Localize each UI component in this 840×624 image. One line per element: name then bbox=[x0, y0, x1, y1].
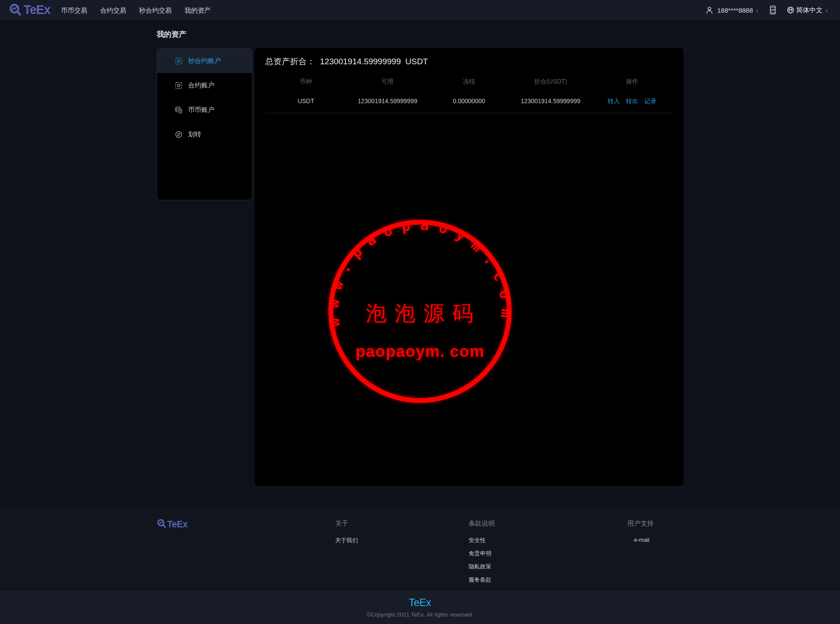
sidebar-item-seconds-account[interactable]: 秒合约账户 bbox=[157, 49, 252, 73]
sidebar-item-contract-account[interactable]: 合约账户 bbox=[157, 73, 252, 98]
col-currency: 币种 bbox=[265, 78, 346, 86]
footer-heading: 关于 bbox=[335, 519, 358, 528]
user-menu[interactable]: 188****8888 ‹ bbox=[705, 6, 758, 14]
app-phone-icon: APP bbox=[768, 5, 777, 15]
content-container: 我的资产 秒合约账户 合约账户 bbox=[157, 31, 683, 486]
total-assets-unit: USDT bbox=[405, 57, 428, 66]
records-link[interactable]: 记录 bbox=[644, 98, 657, 105]
footer-heading: 用户支持 bbox=[627, 519, 654, 528]
brand-logo[interactable]: TeEx bbox=[9, 3, 50, 17]
sidebar-item-label: 合约账户 bbox=[188, 81, 214, 90]
transfer-in-link[interactable]: 转入 bbox=[608, 98, 620, 105]
nav-item-my-assets[interactable]: 我的资产 bbox=[183, 0, 212, 21]
footer-heading: 条款说明 bbox=[469, 519, 495, 528]
globe-icon bbox=[787, 6, 794, 14]
topbar: TeEx 币币交易 合约交易 秒合约交易 我的资产 188****8888 ‹ … bbox=[0, 0, 840, 21]
footer-link-about-us[interactable]: 关于我们 bbox=[335, 537, 358, 544]
footer-link-terms[interactable]: 服务条款 bbox=[469, 576, 495, 584]
magnifier-trend-icon bbox=[9, 3, 23, 17]
footer-col-support: 用户支持 e-mail bbox=[627, 519, 654, 548]
footer-col-about: 关于 关于我们 bbox=[335, 519, 358, 550]
footer-link-email[interactable]: e-mail bbox=[634, 537, 654, 543]
bottom-bar: TeEx ©Copyright 2021 TeEx. All rights re… bbox=[0, 591, 840, 624]
sidebar-item-label: 秒合约账户 bbox=[188, 57, 221, 65]
sidebar-item-label: 划转 bbox=[188, 130, 201, 139]
seconds-account-icon bbox=[175, 57, 182, 65]
total-assets-value: 123001914.59999999 bbox=[320, 57, 401, 66]
app-label: APP bbox=[771, 9, 776, 11]
chevron-icon: ‹ bbox=[826, 7, 828, 14]
language-selector[interactable]: 简体中文 ‹ bbox=[787, 6, 828, 14]
sidebar-item-transfer[interactable]: 划转 bbox=[157, 122, 252, 146]
col-available: 可用 bbox=[346, 78, 428, 86]
col-actions: 操作 bbox=[592, 78, 673, 86]
magnifier-trend-icon bbox=[157, 519, 167, 529]
table-row: USDT 123001914.59999999 0.00000000 12300… bbox=[265, 98, 673, 105]
brand-name: TeEx bbox=[24, 3, 50, 16]
chevron-icon: ‹ bbox=[756, 7, 758, 14]
app-download-button[interactable]: APP bbox=[768, 5, 777, 15]
transfer-out-link[interactable]: 转出 bbox=[626, 98, 638, 105]
footer-link-disclaimer[interactable]: 免责申明 bbox=[469, 550, 495, 558]
footer-link-privacy[interactable]: 隐私政策 bbox=[469, 563, 495, 571]
footer-col-terms: 条款说明 安全性 免责申明 隐私政策 服务条款 bbox=[469, 519, 495, 589]
page-title: 我的资产 bbox=[157, 31, 683, 38]
sidebar-item-label: 币币账户 bbox=[188, 106, 214, 114]
contract-account-icon bbox=[175, 82, 182, 89]
person-icon bbox=[705, 6, 714, 14]
cell-actions: 转入 转出 记录 bbox=[592, 98, 673, 105]
cell-converted: 123001914.59999999 bbox=[510, 98, 591, 105]
account-sidebar: 秒合约账户 合约账户 币币账户 bbox=[157, 48, 252, 200]
col-converted: 折合(USDT) bbox=[510, 78, 591, 86]
assets-panel: 总资产折合： 123001914.59999999 USDT 币种 可用 冻结 … bbox=[255, 48, 683, 486]
row-divider bbox=[265, 113, 673, 113]
cell-available: 123001914.59999999 bbox=[346, 98, 428, 105]
nav-item-spot[interactable]: 币币交易 bbox=[60, 0, 89, 21]
language-label: 简体中文 bbox=[796, 6, 822, 14]
topbar-right: 188****8888 ‹ APP 简体中文 ‹ bbox=[705, 5, 828, 15]
cell-frozen: 0.00000000 bbox=[428, 98, 510, 105]
transfer-icon bbox=[175, 131, 182, 138]
nav-item-seconds-contract[interactable]: 秒合约交易 bbox=[138, 0, 173, 21]
copyright-text: ©Copyright 2021 TeEx. All rights reserve… bbox=[367, 611, 473, 618]
bottom-brand: TeEx bbox=[409, 597, 431, 609]
total-assets-summary: 总资产折合： 123001914.59999999 USDT bbox=[265, 48, 673, 67]
main-nav: 币币交易 合约交易 秒合约交易 我的资产 bbox=[60, 0, 222, 21]
brand-name: TeEx bbox=[167, 519, 188, 529]
nav-item-contract[interactable]: 合约交易 bbox=[99, 0, 128, 21]
footer: TeEx 关于 关于我们 条款说明 安全性 免责申明 隐私政策 服务条款 用户支… bbox=[0, 508, 840, 591]
col-frozen: 冻结 bbox=[428, 78, 510, 86]
spot-account-icon bbox=[175, 106, 182, 114]
footer-link-security[interactable]: 安全性 bbox=[469, 537, 495, 544]
footer-brand-logo[interactable]: TeEx bbox=[157, 519, 188, 529]
sidebar-item-spot-account[interactable]: 币币账户 bbox=[157, 98, 252, 122]
user-phone: 188****8888 bbox=[717, 7, 753, 14]
total-assets-label: 总资产折合： bbox=[265, 57, 315, 66]
cell-currency: USDT bbox=[265, 98, 346, 105]
assets-table-header: 币种 可用 冻结 折合(USDT) 操作 bbox=[265, 78, 673, 86]
